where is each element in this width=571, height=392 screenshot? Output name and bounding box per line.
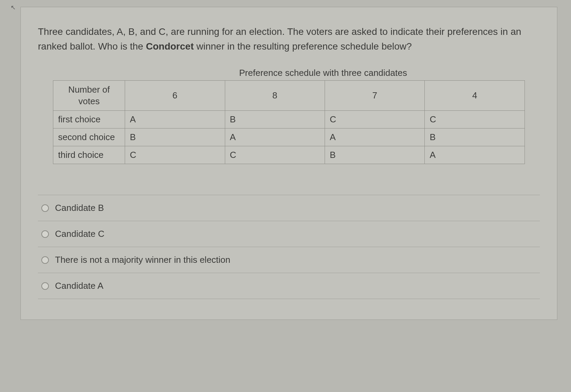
radio-icon[interactable] <box>41 256 49 264</box>
radio-icon[interactable] <box>41 282 49 290</box>
row-label: first choice <box>53 111 125 129</box>
cell: A <box>325 129 424 146</box>
option-label: Candidate B <box>55 203 104 213</box>
question-text: Three candidates, A, B, and C, are runni… <box>38 24 540 54</box>
table-header-label: Number of votes <box>53 80 125 111</box>
preference-table: Number of votes 6 8 7 4 first choice A B… <box>53 80 525 164</box>
cell: B <box>325 146 424 164</box>
option-candidate-c[interactable]: Candidate C <box>38 221 540 247</box>
option-label: Candidate C <box>55 229 105 239</box>
option-candidate-a[interactable]: Candidate A <box>38 273 540 299</box>
cell: C <box>425 111 525 129</box>
cell: B <box>225 111 325 129</box>
option-candidate-b[interactable]: Candidate B <box>38 195 540 221</box>
row-label: third choice <box>53 146 125 164</box>
cell: B <box>125 129 225 146</box>
table-col-0: 6 <box>125 80 225 111</box>
cell: C <box>325 111 424 129</box>
answer-options: Candidate B Candidate C There is not a m… <box>38 195 540 299</box>
question-text-part2: winner in the resulting preference sched… <box>194 41 412 52</box>
table-col-3: 4 <box>425 80 525 111</box>
option-label: Candidate A <box>55 281 104 291</box>
question-text-bold: Condorcet <box>146 41 194 52</box>
cell: C <box>125 146 225 164</box>
table-col-2: 7 <box>325 80 424 111</box>
option-no-majority[interactable]: There is not a majority winner in this e… <box>38 247 540 273</box>
table-row: second choice B A A B <box>53 129 525 146</box>
option-label: There is not a majority winner in this e… <box>55 255 230 265</box>
cell: C <box>225 146 325 164</box>
cell: A <box>125 111 225 129</box>
table-col-1: 8 <box>225 80 325 111</box>
question-card: ↖ Three candidates, A, B, and C, are run… <box>21 7 557 320</box>
cell: A <box>425 146 525 164</box>
row-label: second choice <box>53 129 125 146</box>
radio-icon[interactable] <box>41 204 49 212</box>
cell: A <box>225 129 325 146</box>
table-row: third choice C C B A <box>53 146 525 164</box>
cell: B <box>425 129 525 146</box>
radio-icon[interactable] <box>41 230 49 238</box>
cursor-icon: ↖ <box>11 4 16 11</box>
table-caption: Preference schedule with three candidate… <box>38 68 540 78</box>
table-row: first choice A B C C <box>53 111 525 129</box>
